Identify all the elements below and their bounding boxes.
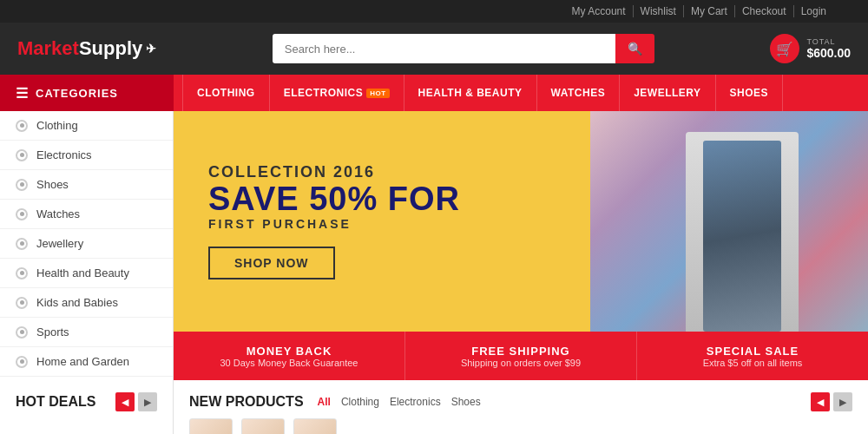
- promo-free-shipping-desc: Shipping on orders over $99: [461, 358, 581, 368]
- sidebar-label-sports: Sports: [36, 326, 69, 339]
- search-button[interactable]: 🔍: [615, 34, 654, 63]
- promo-money-back-title: MONEY BACK: [247, 345, 332, 358]
- promo-free-shipping: FREE SHIPPING Shipping on orders over $9…: [405, 332, 637, 380]
- hot-badge: HOT: [366, 89, 389, 98]
- nav-bar: ☰ CATEGORIES CLOTHING ELECTRONICS HOT HE…: [0, 75, 868, 111]
- nav-links: CLOTHING ELECTRONICS HOT HEALTH & BEAUTY…: [174, 75, 783, 111]
- promo-special-sale: SPECIAL SALE Extra $5 off on all items: [637, 332, 868, 380]
- cart-icon[interactable]: 🛒: [770, 34, 799, 63]
- nav-watches[interactable]: WATCHES: [537, 75, 621, 111]
- filter-shoes[interactable]: Shoes: [451, 396, 481, 408]
- sidebar-label-watches: Watches: [36, 207, 80, 220]
- hero-content: COLLECTION 2016 SAVE 50% FOR FIRST PURCH…: [174, 137, 495, 306]
- sidebar-circle-icon: [16, 267, 28, 279]
- promo-money-back: MONEY BACK 30 Days Money Back Guarantee: [174, 332, 405, 380]
- sidebar-item-kids-babies[interactable]: Kids and Babies: [0, 288, 173, 318]
- promo-money-back-desc: 30 Days Money Back Guarantee: [220, 358, 358, 368]
- sidebar-circle-icon: [16, 326, 28, 339]
- nav-clothing[interactable]: CLOTHING: [182, 75, 270, 111]
- login-link[interactable]: Login: [794, 5, 833, 17]
- search-input[interactable]: [273, 34, 615, 63]
- sidebar-circle-icon: [16, 208, 28, 220]
- top-bar: My Account Wishlist My Cart Checkout Log…: [0, 0, 868, 23]
- sidebar-item-shoes[interactable]: Shoes: [0, 170, 173, 200]
- top-bar-links: My Account Wishlist My Cart Checkout Log…: [565, 5, 833, 17]
- filter-clothing[interactable]: Clothing: [341, 396, 379, 408]
- sidebar-item-watches[interactable]: Watches: [0, 200, 173, 229]
- shop-now-button[interactable]: SHOP NOW: [208, 247, 335, 279]
- promo-free-shipping-title: FREE SHIPPING: [471, 345, 569, 358]
- sidebar-item-home-garden[interactable]: Home and Garden: [0, 347, 173, 377]
- product-thumb-3[interactable]: [293, 418, 337, 434]
- sidebar-item-health-beauty[interactable]: Health and Beauty: [0, 259, 173, 288]
- promo-special-sale-title: SPECIAL SALE: [707, 345, 799, 358]
- new-products-prev-button[interactable]: ◀: [811, 392, 830, 411]
- product-thumb-2[interactable]: [241, 418, 285, 434]
- sidebar-circle-icon: [16, 149, 28, 161]
- my-cart-link[interactable]: My Cart: [684, 5, 735, 17]
- sidebar-circle-icon: [16, 238, 28, 250]
- sidebar-circle-icon: [16, 120, 28, 132]
- sidebar-circle-icon: [16, 297, 28, 309]
- new-products-next-button[interactable]: ▶: [833, 392, 852, 411]
- checkout-link[interactable]: Checkout: [735, 5, 794, 17]
- wishlist-link[interactable]: Wishlist: [634, 5, 684, 17]
- new-products-filters: All Clothing Electronics Shoes: [318, 396, 481, 408]
- logo[interactable]: MarketSupply ✈: [17, 37, 156, 60]
- sidebar-label-kids-babies: Kids and Babies: [36, 296, 118, 309]
- hot-deals-prev-button[interactable]: ◀: [115, 392, 135, 411]
- sidebar-item-jewellery[interactable]: Jewellery: [0, 229, 173, 259]
- new-products-panel: NEW PRODUCTS All Clothing Electronics Sh…: [174, 380, 868, 434]
- product-thumb-1[interactable]: [189, 418, 233, 434]
- hot-deals-arrows: ◀ ▶: [115, 392, 157, 411]
- product-thumbnails: [189, 418, 852, 434]
- nav-electronics[interactable]: ELECTRONICS HOT: [270, 75, 404, 111]
- sidebar-label-clothing: Clothing: [36, 119, 78, 132]
- hot-deals-panel: HOT DEALS ◀ ▶: [0, 380, 174, 434]
- categories-label: CATEGORIES: [36, 87, 118, 100]
- hero-desc: FIRST PURCHASE: [208, 217, 460, 231]
- hot-deals-header: HOT DEALS ◀ ▶: [16, 392, 157, 411]
- sidebar-circle-icon: [16, 179, 28, 191]
- header: MarketSupply ✈ 🔍 🛒 TOTAL $600.00: [0, 23, 868, 75]
- hero-model: [686, 132, 799, 332]
- main-content: Clothing Electronics Shoes Watches Jewel…: [0, 111, 868, 380]
- nav-jewellery[interactable]: JEWELLERY: [620, 75, 715, 111]
- new-products-arrows: ◀ ▶: [811, 392, 852, 411]
- sidebar-label-home-garden: Home and Garden: [36, 355, 129, 368]
- logo-market: Market: [17, 37, 79, 60]
- sidebar-label-health-beauty: Health and Beauty: [36, 266, 129, 279]
- my-account-link[interactable]: My Account: [565, 5, 634, 17]
- sidebar-item-electronics[interactable]: Electronics: [0, 141, 173, 170]
- filter-electronics[interactable]: Electronics: [390, 396, 441, 408]
- hero-area: COLLECTION 2016 SAVE 50% FOR FIRST PURCH…: [174, 111, 868, 380]
- cart-area: 🛒 TOTAL $600.00: [770, 34, 851, 63]
- promo-special-sale-desc: Extra $5 off on all items: [703, 358, 803, 368]
- new-products-title: NEW PRODUCTS: [189, 394, 304, 410]
- sidebar-label-jewellery: Jewellery: [36, 237, 83, 250]
- logo-icon: ✈: [146, 42, 156, 56]
- logo-supply: Supply: [79, 37, 142, 60]
- sidebar: Clothing Electronics Shoes Watches Jewel…: [0, 111, 174, 380]
- hero-model-figure: [703, 141, 781, 332]
- nav-shoes[interactable]: SHOES: [716, 75, 784, 111]
- hot-deals-next-button[interactable]: ▶: [138, 392, 157, 411]
- sidebar-label-electronics: Electronics: [36, 148, 92, 161]
- promo-bar: MONEY BACK 30 Days Money Back Guarantee …: [174, 332, 868, 380]
- filter-all[interactable]: All: [318, 396, 331, 408]
- hero-title: SAVE 50% FOR: [208, 181, 460, 218]
- categories-button[interactable]: ☰ CATEGORIES: [0, 75, 174, 111]
- hamburger-icon: ☰: [16, 85, 29, 102]
- search-bar: 🔍: [273, 34, 654, 63]
- sidebar-item-sports[interactable]: Sports: [0, 318, 173, 347]
- sidebar-item-clothing[interactable]: Clothing: [0, 111, 173, 141]
- sidebar-label-shoes: Shoes: [36, 178, 69, 191]
- bottom-section: HOT DEALS ◀ ▶ NEW PRODUCTS All Clothing …: [0, 380, 868, 434]
- hot-deals-title: HOT DEALS: [16, 394, 95, 410]
- cart-label: TOTAL: [806, 37, 851, 46]
- cart-total: TOTAL $600.00: [806, 37, 851, 60]
- hero-banner: COLLECTION 2016 SAVE 50% FOR FIRST PURCH…: [174, 111, 868, 332]
- new-products-header: NEW PRODUCTS All Clothing Electronics Sh…: [189, 392, 852, 411]
- sidebar-circle-icon: [16, 356, 28, 368]
- nav-health-beauty[interactable]: HEALTH & BEAUTY: [404, 75, 537, 111]
